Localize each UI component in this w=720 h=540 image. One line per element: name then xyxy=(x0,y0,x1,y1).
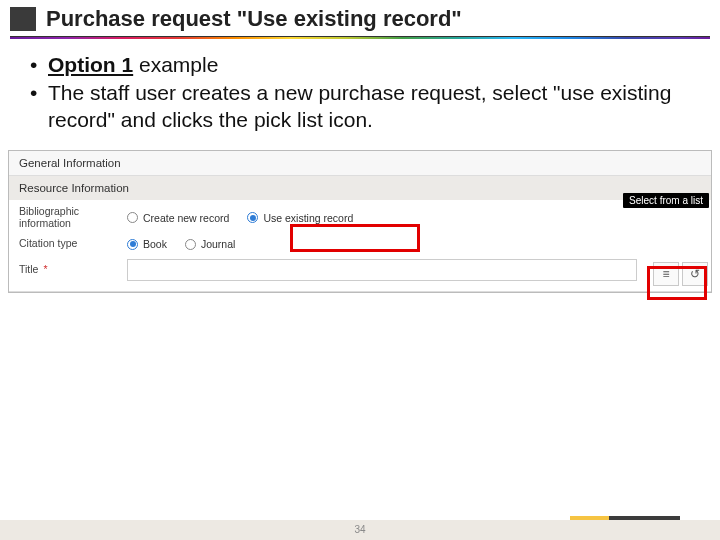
bullet-rest: example xyxy=(133,53,218,76)
label-title-text: Title xyxy=(19,263,38,275)
radio-create-new[interactable]: Create new record xyxy=(127,212,229,224)
radio-label: Create new record xyxy=(143,212,229,224)
radio-journal[interactable]: Journal xyxy=(185,238,235,250)
row-citation: Citation type Book Journal xyxy=(19,231,701,257)
bullet-strong: Option 1 xyxy=(48,53,133,76)
section-header-general: General Information xyxy=(9,151,711,175)
history-icon: ↺ xyxy=(690,267,700,281)
radio-dot-icon xyxy=(247,212,258,223)
label-citation: Citation type xyxy=(19,238,127,250)
radio-dot-icon xyxy=(127,212,138,223)
required-asterisk: * xyxy=(43,263,47,275)
tooltip-select-from-list: Select from a list xyxy=(623,193,709,208)
history-button[interactable]: ↺ xyxy=(682,262,708,286)
slide-footer: 34 xyxy=(0,520,720,540)
radio-label: Use existing record xyxy=(263,212,353,224)
embedded-screenshot: General Information Resource Information… xyxy=(8,150,712,293)
bullet-text: The staff user creates a new purchase re… xyxy=(48,81,671,132)
bullet-item: The staff user creates a new purchase re… xyxy=(48,79,692,134)
picklist-buttons: ≡ ↺ xyxy=(653,262,708,286)
page-number: 34 xyxy=(354,524,365,535)
radio-dot-icon xyxy=(185,239,196,250)
radio-label: Book xyxy=(143,238,167,250)
page-title: Purchase request "Use existing record" xyxy=(46,6,462,32)
section-header-resource: Resource Information xyxy=(9,176,711,200)
radio-use-existing[interactable]: Use existing record xyxy=(247,212,353,224)
resource-form: Bibliographic information Create new rec… xyxy=(9,200,711,291)
slide-header: Purchase request "Use existing record" xyxy=(0,0,720,36)
row-title: Title * xyxy=(19,257,701,283)
header-accent-square xyxy=(10,7,36,31)
radio-book[interactable]: Book xyxy=(127,238,167,250)
rainbow-divider xyxy=(10,36,710,39)
label-biblio: Bibliographic information xyxy=(19,206,127,229)
list-icon: ≡ xyxy=(662,267,669,281)
title-input[interactable] xyxy=(127,259,637,281)
bullet-list: Option 1 example The staff user creates … xyxy=(0,49,720,144)
bullet-item: Option 1 example xyxy=(48,51,692,79)
label-title: Title * xyxy=(19,264,127,276)
radio-label: Journal xyxy=(201,238,235,250)
radio-dot-icon xyxy=(127,239,138,250)
row-biblio: Bibliographic information Create new rec… xyxy=(19,204,701,231)
picklist-button[interactable]: ≡ xyxy=(653,262,679,286)
